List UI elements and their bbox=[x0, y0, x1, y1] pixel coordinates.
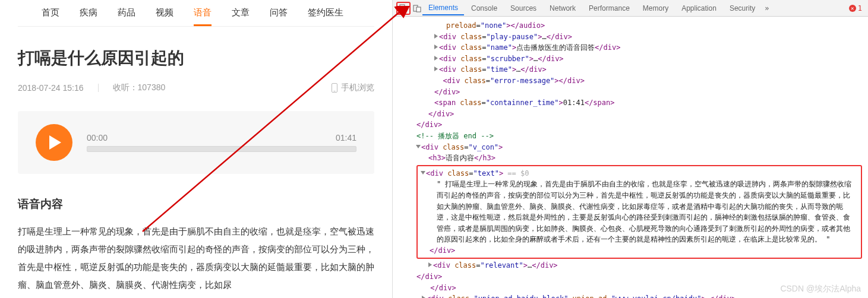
tabs-more-icon[interactable]: » bbox=[765, 4, 769, 12]
section-title: 语音内容 bbox=[18, 196, 374, 212]
phone-icon bbox=[332, 83, 337, 93]
nav-article[interactable]: 文章 bbox=[232, 4, 250, 26]
nav-video[interactable]: 视频 bbox=[156, 4, 173, 26]
total-time: 01:41 bbox=[336, 133, 356, 142]
error-badge[interactable]: ✕1 bbox=[849, 4, 864, 12]
dom-tree[interactable]: preload="none"></audio> <div class="play… bbox=[393, 17, 868, 298]
tab-security[interactable]: Security bbox=[724, 2, 761, 15]
svg-rect-2 bbox=[416, 7, 421, 12]
play-icon bbox=[48, 134, 62, 151]
tab-memory[interactable]: Memory bbox=[637, 2, 674, 15]
device-toggle-icon[interactable] bbox=[413, 4, 421, 12]
listen-count: 收听：107380 bbox=[113, 83, 166, 93]
tab-sources[interactable]: Sources bbox=[504, 2, 542, 15]
highlighted-node: <div class="text"> == $0 " 打嗝是生理上一种常见的现象… bbox=[416, 165, 862, 259]
tab-application[interactable]: Application bbox=[676, 2, 722, 15]
error-icon: ✕ bbox=[849, 5, 856, 12]
devtools-tabs: Elements Console Sources Network Perform… bbox=[393, 0, 868, 17]
watermark: CSDN @埃尔法Alpha bbox=[780, 284, 861, 294]
play-button[interactable] bbox=[36, 124, 72, 161]
publish-time: 2018-07-24 15:16 bbox=[18, 83, 84, 93]
article-content: 打嗝是生理上一种常见的现象，首先是由于膈肌不由自主的收缩，也就是痉挛，空气被迅速… bbox=[18, 223, 374, 294]
divider bbox=[98, 84, 99, 92]
mobile-view[interactable]: 手机浏览 bbox=[332, 83, 374, 93]
text-node: " 打嗝是生理上一种常见的现象，首先是由于膈肌不由自主的收缩，也就是痉挛，空气被… bbox=[421, 179, 856, 245]
nav-drug[interactable]: 药品 bbox=[118, 4, 135, 26]
nav-home[interactable]: 首页 bbox=[42, 4, 59, 26]
inspect-button-highlight bbox=[396, 2, 411, 15]
tab-performance[interactable]: Performance bbox=[583, 2, 636, 15]
current-time: 00:00 bbox=[87, 133, 108, 142]
nav-qa[interactable]: 问答 bbox=[270, 4, 288, 26]
audio-player: 00:00 01:41 bbox=[18, 111, 374, 174]
progress-bar[interactable] bbox=[87, 146, 356, 152]
tab-network[interactable]: Network bbox=[544, 2, 582, 15]
tab-console[interactable]: Console bbox=[465, 2, 503, 15]
nav-signdoc[interactable]: 签约医生 bbox=[308, 4, 343, 26]
player-track: 00:00 01:41 bbox=[87, 133, 356, 152]
top-nav: 首页 疾病 药品 视频 语音 文章 问答 签约医生 bbox=[18, 0, 374, 27]
nav-disease[interactable]: 疾病 bbox=[80, 4, 97, 26]
article-meta: 2018-07-24 15:16 收听：107380 手机浏览 bbox=[18, 83, 374, 93]
nav-audio[interactable]: 语音 bbox=[194, 4, 212, 26]
inspect-icon[interactable] bbox=[399, 4, 408, 12]
page-title: 打嗝是什么原因引起的 bbox=[18, 47, 374, 69]
tab-elements[interactable]: Elements bbox=[422, 1, 464, 15]
